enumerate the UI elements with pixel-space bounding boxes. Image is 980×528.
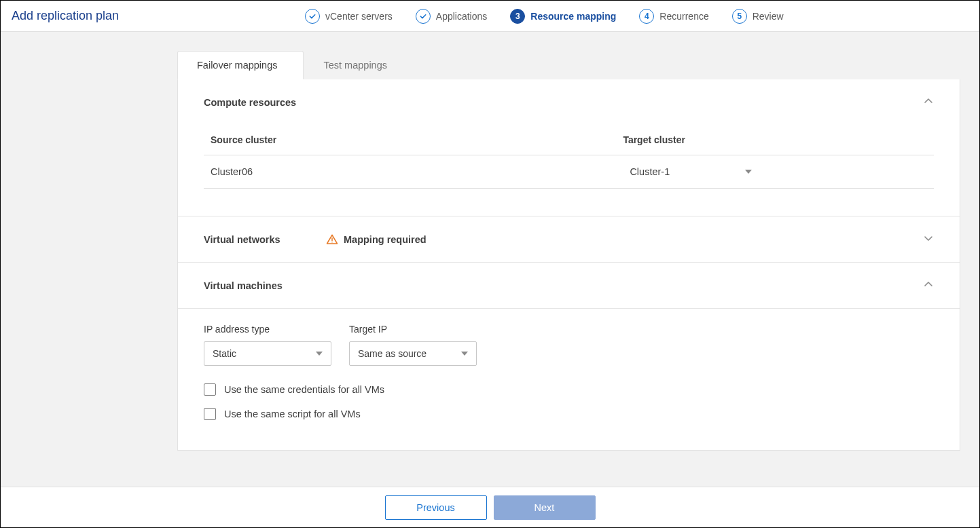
dropdown-value: Cluster-1 [630, 166, 670, 177]
chevron-down-icon [745, 170, 752, 174]
checkbox-icon[interactable] [204, 408, 216, 420]
wizard-footer: Previous Next [1, 487, 979, 527]
section-virtual-machines: Virtual machines IP address type Static [178, 263, 960, 450]
page-title: Add replication plan [12, 9, 305, 23]
col-target-cluster: Target cluster [616, 125, 934, 155]
chevron-down-icon [461, 352, 468, 356]
section-title: Compute resources [204, 97, 326, 108]
chevron-up-icon [923, 96, 934, 109]
step-number-icon: 4 [639, 9, 654, 24]
previous-button[interactable]: Previous [385, 495, 487, 520]
same-script-checkbox-row[interactable]: Use the same script for all VMs [204, 408, 934, 420]
wizard-header: Add replication plan vCenter servers App… [1, 1, 979, 32]
warning-icon [326, 233, 338, 246]
section-virtual-networks: Virtual networks Mapping required [178, 216, 960, 263]
checkbox-label: Use the same credentials for all VMs [224, 384, 384, 395]
compute-mapping-table: Source cluster Target cluster Cluster06 … [204, 125, 934, 189]
step-applications[interactable]: Applications [416, 9, 488, 24]
check-icon [416, 9, 431, 24]
warning-text: Mapping required [344, 234, 427, 245]
step-resource-mapping[interactable]: 3 Resource mapping [510, 9, 616, 24]
target-cluster-dropdown[interactable]: Cluster-1 [623, 164, 759, 180]
step-label: vCenter servers [325, 11, 393, 22]
step-review[interactable]: 5 Review [732, 9, 784, 24]
virtual-machines-header[interactable]: Virtual machines [178, 263, 960, 308]
checkbox-icon[interactable] [204, 383, 216, 396]
section-compute-resources: Compute resources Source cluster Target … [178, 79, 960, 216]
step-number-icon: 5 [732, 9, 747, 24]
field-label: IP address type [204, 324, 331, 335]
section-title: Virtual machines [204, 280, 326, 291]
warning-badge: Mapping required [326, 233, 427, 246]
dropdown-value: Static [213, 348, 236, 359]
dropdown-value: Same as source [358, 348, 427, 359]
vm-field-row: IP address type Static Target IP Same as… [204, 324, 934, 366]
source-cluster-cell: Cluster06 [204, 155, 616, 189]
chevron-down-icon [923, 233, 934, 246]
tab-bar: Failover mappings Test mappings [177, 51, 979, 79]
step-vcenter-servers[interactable]: vCenter servers [305, 9, 393, 24]
section-title: Virtual networks [204, 234, 326, 245]
check-icon [305, 9, 320, 24]
step-number-icon: 3 [510, 9, 525, 24]
target-ip-field: Target IP Same as source [349, 324, 477, 366]
checkbox-label: Use the same script for all VMs [224, 409, 361, 419]
content-area: Failover mappings Test mappings Compute … [1, 32, 979, 487]
ip-address-type-dropdown[interactable]: Static [204, 341, 331, 366]
step-label: Review [752, 11, 784, 22]
tab-failover-mappings[interactable]: Failover mappings [177, 51, 304, 79]
svg-point-1 [331, 241, 333, 242]
same-credentials-checkbox-row[interactable]: Use the same credentials for all VMs [204, 383, 934, 396]
tab-test-mappings[interactable]: Test mappings [304, 51, 414, 79]
step-recurrence[interactable]: 4 Recurrence [639, 9, 708, 24]
target-cluster-cell: Cluster-1 [616, 155, 934, 189]
step-label: Applications [436, 11, 488, 22]
compute-table-area: Source cluster Target cluster Cluster06 … [178, 125, 960, 216]
next-button[interactable]: Next [494, 495, 596, 520]
vm-body: IP address type Static Target IP Same as… [178, 308, 960, 450]
field-label: Target IP [349, 324, 477, 335]
chevron-down-icon [316, 352, 323, 356]
table-row: Cluster06 Cluster-1 [204, 155, 934, 189]
step-label: Resource mapping [530, 11, 616, 22]
compute-resources-header[interactable]: Compute resources [178, 79, 960, 125]
wizard-steps: vCenter servers Applications 3 Resource … [305, 9, 784, 24]
ip-address-type-field: IP address type Static [204, 324, 331, 366]
virtual-networks-header[interactable]: Virtual networks Mapping required [178, 216, 960, 262]
resource-mapping-panel: Compute resources Source cluster Target … [177, 79, 960, 451]
step-label: Recurrence [659, 11, 708, 22]
chevron-up-icon [923, 279, 934, 292]
target-ip-dropdown[interactable]: Same as source [349, 341, 477, 366]
col-source-cluster: Source cluster [204, 125, 616, 155]
